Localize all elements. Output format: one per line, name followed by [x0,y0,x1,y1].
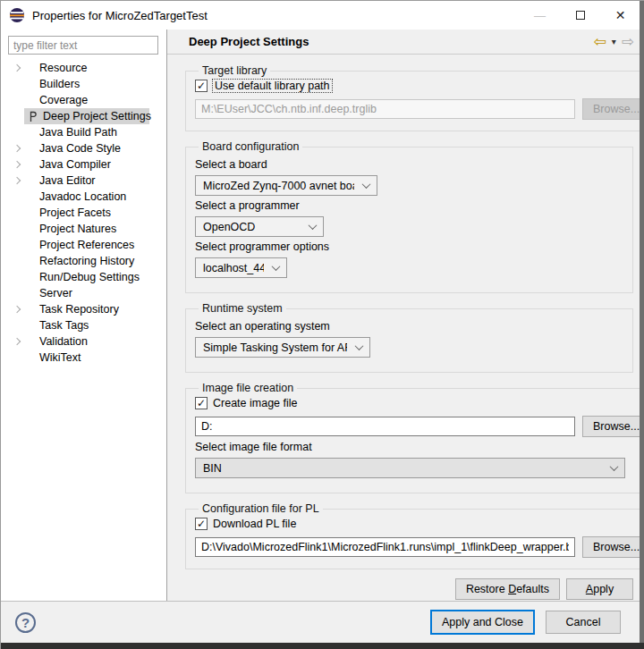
close-button[interactable]: ✕ [600,1,640,30]
preferences-tree: Resource Builders Coverage Deep Project … [1,60,166,366]
title-bar: Properties for MicroZedTargetTest — ✕ [1,1,640,30]
help-button[interactable]: ? [15,612,36,633]
sidebar-item-builders[interactable]: Builders [1,76,166,92]
chevron-right-icon[interactable] [13,306,21,313]
checkmark-icon: ✓ [197,80,206,91]
window-right-edge [640,1,644,649]
sidebar-item-refactoring-history[interactable]: Refactoring History [1,253,166,269]
sidebar-item-java-build-path[interactable]: Java Build Path [1,124,166,140]
browse-image-file-button[interactable]: Browse... [582,416,644,437]
back-arrow-icon[interactable]: ⇦ [594,34,606,49]
use-default-library-path-checkbox[interactable]: ✓ [195,80,208,92]
chevron-down-icon [309,221,318,230]
preferences-sidebar: Resource Builders Coverage Deep Project … [1,30,167,602]
deep-project-icon [27,111,38,122]
chevron-right-icon[interactable] [13,177,21,184]
group-runtime-system: Runtime system Select an operating syste… [185,302,633,373]
eclipse-logo-icon [9,7,25,23]
close-icon: ✕ [615,8,626,22]
checkbox-label[interactable]: Create image file [213,397,298,409]
window-title: Properties for MicroZedTargetTest [32,9,208,22]
minimize-button[interactable]: — [520,1,560,30]
maximize-icon [576,11,585,20]
apply-button[interactable]: Apply [566,578,633,600]
checkbox-label[interactable]: Use default library path [213,80,332,92]
page-title: Deep Project Settings [189,35,309,48]
sidebar-item-task-tags[interactable]: Task Tags [1,317,166,333]
forward-arrow-icon[interactable]: ⇨ [622,34,634,49]
panel-header: Deep Project Settings ⇦ ▾ ⇨ ▾ ▾ [167,30,644,55]
group-pl-configuration: Configuration file for PL ✓ Download PL … [185,502,644,569]
chevron-right-icon[interactable] [13,145,21,152]
sidebar-item-run-debug-settings[interactable]: Run/Debug Settings [1,269,166,285]
group-image-file-creation: Image file creation ✓ Create image file … [185,382,644,493]
chevron-down-icon [272,262,281,271]
settings-panel: Deep Project Settings ⇦ ▾ ⇨ ▾ ▾ Target l… [167,30,644,602]
chevron-right-icon[interactable] [13,64,21,72]
download-pl-file-checkbox[interactable]: ✓ [195,518,208,530]
minimize-icon: — [534,9,546,22]
image-file-path-input[interactable] [195,417,575,436]
sidebar-item-task-repository[interactable]: Task Repository [1,301,166,317]
operating-system-select[interactable]: Simple Tasking System for ARM [195,337,370,358]
chevron-down-icon [355,341,364,350]
sidebar-item-java-compiler[interactable]: Java Compiler [1,156,166,173]
board-select[interactable]: MicroZed Zynq-7000 avnet board [195,175,377,196]
create-image-file-checkbox[interactable]: ✓ [195,397,208,409]
group-target-library: Target library ✓ Use default library pat… [185,64,644,131]
window-bottom-edge [1,643,644,649]
apply-and-close-button[interactable]: Apply and Close [430,610,535,635]
dialog-footer: ? Apply and Close Cancel [1,601,640,643]
group-legend: Runtime system [199,302,286,315]
select-image-format-label: Select image file format [195,441,644,453]
maximize-button[interactable] [560,1,600,30]
group-legend: Board configuration [199,140,302,153]
sidebar-item-wikitext[interactable]: WikiText [1,350,166,366]
sidebar-item-javadoc-location[interactable]: Javadoc Location [1,189,166,205]
question-mark-icon: ? [21,615,30,630]
select-programmer-options-label: Select programmer options [195,240,623,253]
filter-input[interactable] [8,36,158,55]
chevron-down-icon [362,180,371,189]
group-board-configuration: Board configuration Select a board Micro… [185,140,633,293]
programmer-select[interactable]: OpenOCD [195,216,324,237]
sidebar-item-java-editor[interactable]: Java Editor [1,173,166,189]
browse-pl-file-button[interactable]: Browse... [582,536,644,558]
sidebar-item-coverage[interactable]: Coverage [1,92,166,108]
sidebar-item-resource[interactable]: Resource [1,60,166,76]
sidebar-item-server[interactable]: Server [1,285,166,301]
image-format-select[interactable]: BIN [195,458,625,478]
sidebar-item-java-code-style[interactable]: Java Code Style [1,140,166,156]
pl-file-path-input[interactable] [195,537,575,557]
group-legend: Image file creation [199,382,297,394]
panel-body: Target library ✓ Use default library pat… [167,55,644,602]
select-board-label: Select a board [195,158,623,171]
group-legend: Target library [199,64,270,77]
sidebar-item-project-facets[interactable]: Project Facets [1,205,166,221]
group-legend: Configuration file for PL [199,502,323,515]
select-programmer-label: Select a programmer [195,199,623,212]
sidebar-item-project-references[interactable]: Project References [1,237,166,253]
browse-library-button: Browse... [582,98,644,120]
checkmark-icon: ✓ [197,518,206,529]
target-library-path-input [195,99,575,119]
chevron-down-icon [610,462,619,471]
checkmark-icon: ✓ [197,398,206,409]
checkbox-label[interactable]: Download PL file [213,518,296,530]
select-os-label: Select an operating system [195,320,623,333]
back-history-dropdown-icon[interactable]: ▾ [612,38,616,46]
properties-dialog: Properties for MicroZedTargetTest — ✕ Re… [0,0,644,649]
sidebar-item-project-natures[interactable]: Project Natures [1,221,166,237]
chevron-right-icon[interactable] [13,161,21,168]
restore-defaults-button[interactable]: Restore Defaults [455,578,560,600]
sidebar-item-deep-project-settings[interactable]: Deep Project Settings [1,108,166,124]
chevron-right-icon[interactable] [13,338,21,345]
programmer-options-select[interactable]: localhost_4444 [195,257,287,278]
cancel-button[interactable]: Cancel [546,611,621,634]
sidebar-item-validation[interactable]: Validation [1,333,166,350]
